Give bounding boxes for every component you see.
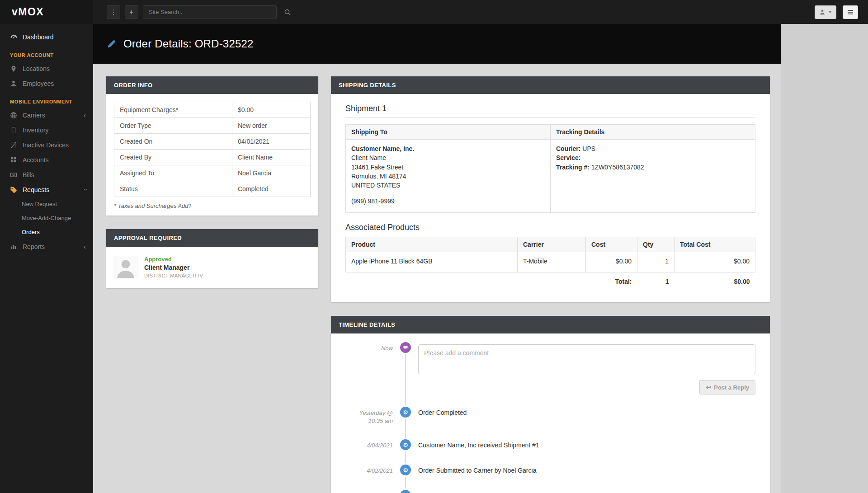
- inactive-phone-icon: [10, 141, 18, 149]
- gear-icon: ⚙: [400, 490, 411, 493]
- tracking-details-cell: Courier: UPS Service:: [551, 140, 755, 213]
- row-label: Equipment Charges*: [114, 102, 232, 118]
- courier-label: Courier:: [556, 145, 580, 152]
- people-icon: [10, 80, 18, 87]
- sidebar-item-locations[interactable]: Locations: [0, 61, 93, 76]
- chevron-down-icon: ‹: [81, 188, 88, 191]
- table-row: Equipment Charges* $0.00: [114, 102, 311, 118]
- sidebar-subitem-new-request[interactable]: New Request: [0, 197, 93, 211]
- column-header-product: Product: [346, 237, 518, 252]
- order-info-panel-title: ORDER INFO: [106, 76, 318, 94]
- shipping-details-panel: SHIPPING DETAILS Shipment 1 Shipping To …: [331, 76, 770, 302]
- sidebar-item-bills[interactable]: Bills: [0, 167, 93, 182]
- sidebar-item-label: Accounts: [23, 156, 49, 164]
- table-row: Created On 04/01/2021: [114, 134, 311, 150]
- left-column: ORDER INFO Equipment Charges* $0.00: [106, 76, 318, 288]
- search-icon[interactable]: [284, 9, 291, 16]
- row-value: Completed: [232, 181, 311, 197]
- sidebar-item-dashboard[interactable]: Dashboard: [0, 29, 93, 44]
- shipping-to-header: Shipping To: [346, 125, 551, 140]
- sidebar-item-label: Inventory: [23, 127, 49, 134]
- site-search-input[interactable]: [143, 5, 277, 19]
- tag-icon: [10, 186, 18, 193]
- shipment-heading: Shipment 1: [345, 104, 755, 118]
- tracking-number-label: Tracking #:: [556, 164, 590, 171]
- page-header: Order Details: ORD-32522: [93, 24, 781, 64]
- sidebar-item-label: Reports: [23, 243, 45, 250]
- sidebar-item-label: Locations: [23, 65, 50, 72]
- timeline-panel: TIMELINE DETAILS Now: [331, 316, 770, 493]
- row-label: Order Type: [114, 118, 232, 134]
- comment-input[interactable]: [418, 344, 755, 374]
- sidebar-item-inventory[interactable]: Inventory: [0, 122, 93, 137]
- sidebar-item-inactive-devices[interactable]: Inactive Devices: [0, 137, 93, 152]
- user-menu-button[interactable]: [815, 5, 836, 19]
- service-label: Service:: [556, 154, 580, 161]
- approval-panel-title: APPROVAL REQUIRED: [106, 229, 318, 247]
- timeline-panel-title: TIMELINE DETAILS: [331, 316, 770, 333]
- event-date: 4/02/2021: [345, 464, 393, 475]
- total-qty: 1: [637, 272, 675, 291]
- approver-name: Client Manager: [144, 264, 203, 271]
- topbar-right-controls: [815, 5, 858, 19]
- sidebar-subitem-move-add-change[interactable]: Move-Add-Change: [0, 211, 93, 225]
- right-area: ⋮: [93, 0, 868, 493]
- sidebar-item-carriers[interactable]: Carriers ‹: [0, 108, 93, 122]
- sidebar-item-label: Inactive Devices: [23, 141, 69, 149]
- associated-products-table: Product Carrier Cost Qty Total Cost: [345, 237, 755, 291]
- tracking-number-value: 1ZW0Y586137082: [591, 164, 644, 171]
- post-reply-label: Post a Reply: [714, 384, 749, 391]
- list-lines-icon: [847, 9, 854, 16]
- event-text: Order Submitted to Carrier by Noel Garci…: [418, 464, 755, 475]
- user-icon: [819, 9, 826, 15]
- taxes-footnote: * Taxes and Surcharges Add'l: [106, 197, 318, 216]
- gear-glyph: ⚙: [403, 467, 408, 473]
- table-row: Order Type New order: [114, 118, 311, 134]
- sidebar-item-accounts[interactable]: Accounts: [0, 152, 93, 167]
- topbar-quick-actions-button[interactable]: [125, 5, 138, 19]
- topbar: ⋮: [93, 0, 868, 24]
- topbar-more-button[interactable]: ⋮: [107, 5, 120, 19]
- tracking-details-header: Tracking Details: [551, 125, 755, 140]
- row-label: Assigned To: [114, 165, 232, 181]
- row-value: Client Name: [232, 150, 311, 165]
- sidebar-nav: Dashboard YOUR ACCOUNT Locations Employe…: [0, 24, 93, 254]
- sidebar-item-reports[interactable]: Reports ‹: [0, 239, 93, 254]
- sidebar-item-employees[interactable]: Employees: [0, 76, 93, 91]
- sidebar-subitem-orders[interactable]: Orders: [0, 225, 93, 239]
- cost-cell: $0.00: [586, 252, 637, 272]
- page-title: Order Details: ORD-32522: [123, 38, 254, 50]
- gear-icon: ⚙: [400, 465, 411, 475]
- approver-details: Approved Client Manager DISTRICT MANAGER…: [144, 256, 203, 278]
- gear-glyph: ⚙: [403, 442, 408, 448]
- row-value: $0.00: [232, 102, 311, 118]
- gear-icon: ⚙: [400, 407, 411, 418]
- event-text: Order Reviewed by Noel Garcia: [418, 489, 755, 493]
- post-reply-button[interactable]: ↩ Post a Reply: [699, 380, 755, 394]
- bar-chart-icon: [10, 243, 18, 250]
- address-line: Romulus, MI 48174: [351, 172, 545, 181]
- sidebar-item-requests[interactable]: Requests ‹: [0, 182, 93, 197]
- chevron-left-icon: ‹: [84, 112, 86, 118]
- table-row: Status Completed: [114, 181, 311, 197]
- caret-down-icon: [828, 11, 832, 13]
- panel-toggle-button[interactable]: [843, 5, 858, 19]
- order-info-table: Equipment Charges* $0.00 Order Type New …: [114, 102, 311, 197]
- event-date: 4/04/2021: [345, 439, 393, 450]
- shipping-to-cell: Customer Name, Inc. Client Name 13461 Fa…: [346, 140, 551, 213]
- brand-logo[interactable]: vMOX: [0, 0, 93, 24]
- shipping-panel-title: SHIPPING DETAILS: [331, 76, 770, 94]
- timeline-event: 4/02/2021 ⚙ Order Reviewed by Noel Garci…: [345, 489, 755, 493]
- products-total-row: Total: 1 $0.00: [346, 272, 755, 291]
- sidebar-section-your-account: YOUR ACCOUNT: [0, 44, 93, 61]
- mobile-phone-icon: [10, 126, 18, 134]
- approval-panel: APPROVAL REQUIRED Approved Client Manage…: [106, 229, 318, 288]
- table-row: Created By Client Name: [114, 150, 311, 165]
- column-header-cost: Cost: [586, 237, 637, 252]
- row-label: Created On: [114, 134, 232, 150]
- app-root: vMOX Dashboard YOUR ACCOUNT Locations: [0, 0, 868, 493]
- column-header-qty: Qty: [637, 237, 675, 252]
- dashboard-gauge-icon: [10, 33, 18, 41]
- product-cell: Apple iPhone 11 Black 64GB: [346, 252, 518, 272]
- sidebar-item-label: Requests: [23, 186, 49, 193]
